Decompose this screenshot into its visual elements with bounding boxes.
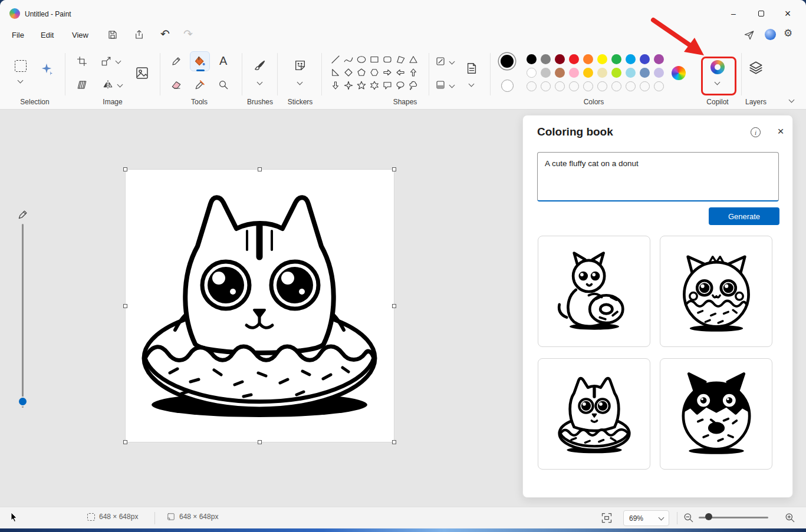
- rect-select-tool[interactable]: [15, 60, 27, 72]
- color-picker-wheel[interactable]: [672, 66, 686, 80]
- shape-arrow-up[interactable]: [407, 66, 420, 79]
- color-swatch[interactable]: [597, 68, 607, 78]
- shape-right-triangle[interactable]: [329, 66, 342, 79]
- shape-arrow-right[interactable]: [381, 66, 394, 79]
- shape-star5[interactable]: [355, 79, 368, 92]
- color-swatch-empty[interactable]: [583, 81, 593, 91]
- save-icon[interactable]: [107, 29, 118, 40]
- shape-pentagon[interactable]: [355, 66, 368, 79]
- shape-style-icon[interactable]: [465, 62, 478, 75]
- panel-close-icon[interactable]: ×: [773, 124, 788, 139]
- color-swatch-empty[interactable]: [569, 81, 579, 91]
- chevron-down-icon[interactable]: [469, 81, 475, 87]
- color-swatch[interactable]: [555, 54, 565, 64]
- color-swatch[interactable]: [541, 68, 551, 78]
- text-tool[interactable]: A: [219, 54, 227, 68]
- generate-button[interactable]: Generate: [709, 207, 779, 225]
- color-swatch[interactable]: [640, 54, 650, 64]
- maximize-button[interactable]: [749, 5, 773, 22]
- shape-outline-icon[interactable]: [435, 56, 446, 67]
- brush-icon[interactable]: [254, 59, 267, 72]
- eyedropper-tool-icon[interactable]: [195, 80, 205, 90]
- color-swatch[interactable]: [654, 54, 664, 64]
- share-icon[interactable]: [134, 29, 144, 40]
- shape-callout-rect[interactable]: [381, 79, 394, 92]
- skew-icon[interactable]: [77, 80, 87, 90]
- selection-handle-se[interactable]: [392, 440, 396, 444]
- drawing-canvas[interactable]: [126, 170, 394, 442]
- selection-handle-ne[interactable]: [392, 167, 396, 171]
- color-swatch-empty[interactable]: [555, 81, 565, 91]
- color-swatch-empty[interactable]: [654, 81, 664, 91]
- chevron-down-icon[interactable]: [297, 80, 303, 85]
- shape-oval[interactable]: [355, 53, 368, 66]
- selection-handle-sw[interactable]: [123, 440, 127, 444]
- color-swatch[interactable]: [626, 68, 636, 78]
- shape-diamond[interactable]: [342, 66, 355, 79]
- color-swatch[interactable]: [583, 68, 593, 78]
- chevron-down-icon[interactable]: [18, 78, 24, 84]
- shape-callout-cloud[interactable]: [407, 79, 420, 92]
- magnifier-tool-icon[interactable]: [218, 80, 229, 90]
- color-swatch[interactable]: [654, 68, 664, 78]
- color-swatch[interactable]: [611, 54, 621, 64]
- selection-handle-s[interactable]: [258, 440, 262, 444]
- color-swatch[interactable]: [555, 68, 565, 78]
- crop-icon[interactable]: [77, 56, 87, 67]
- canvas-options-icon[interactable]: [135, 66, 149, 80]
- zoom-slider-thumb[interactable]: [705, 513, 712, 520]
- zoom-in-icon[interactable]: [784, 512, 796, 524]
- info-icon[interactable]: i: [751, 127, 761, 137]
- size-slider-track[interactable]: [22, 224, 24, 408]
- color-swatch[interactable]: [541, 54, 551, 64]
- generated-thumbnail-4[interactable]: [660, 358, 772, 470]
- primary-color[interactable]: [499, 53, 515, 70]
- color-swatch[interactable]: [640, 68, 650, 78]
- chevron-down-icon[interactable]: [257, 80, 263, 85]
- chevron-down-icon[interactable]: [449, 82, 455, 88]
- selection-handle-n[interactable]: [258, 167, 262, 171]
- feedback-send-icon[interactable]: [744, 29, 755, 41]
- color-swatch[interactable]: [569, 68, 579, 78]
- flip-icon[interactable]: [103, 80, 113, 90]
- redo-button[interactable]: ↷: [183, 27, 193, 40]
- selection-handle-e[interactable]: [392, 304, 396, 308]
- color-swatch[interactable]: [626, 54, 636, 64]
- shape-callout-oval[interactable]: [394, 79, 407, 92]
- shape-line[interactable]: [329, 53, 342, 66]
- color-swatch-empty[interactable]: [527, 81, 537, 91]
- color-swatch[interactable]: [583, 54, 593, 64]
- shape-triangle[interactable]: [407, 53, 420, 66]
- color-swatch-empty[interactable]: [541, 81, 551, 91]
- selection-handle-nw[interactable]: [123, 167, 127, 171]
- resize-icon[interactable]: [101, 56, 111, 67]
- chevron-down-icon[interactable]: [715, 80, 721, 85]
- shape-curve[interactable]: [342, 53, 355, 66]
- color-swatch-empty[interactable]: [640, 81, 650, 91]
- layers-icon[interactable]: [748, 60, 764, 75]
- secondary-color[interactable]: [501, 80, 514, 92]
- chevron-down-icon[interactable]: [116, 58, 121, 64]
- color-swatch[interactable]: [611, 68, 621, 78]
- shape-arrow-left[interactable]: [394, 66, 407, 79]
- size-slider-thumb[interactable]: [19, 398, 27, 405]
- eraser-tool-icon[interactable]: [171, 80, 182, 90]
- generated-thumbnail-3[interactable]: [538, 358, 650, 470]
- shape-hexagon[interactable]: [368, 66, 381, 79]
- pencil-tool-icon[interactable]: [171, 56, 182, 67]
- zoom-level-select[interactable]: 69%: [623, 510, 669, 526]
- menu-view[interactable]: View: [68, 28, 92, 42]
- color-swatch-empty[interactable]: [611, 81, 621, 91]
- shape-rounded-rectangle[interactable]: [381, 53, 394, 66]
- color-swatch[interactable]: [569, 54, 579, 64]
- selection-handle-w[interactable]: [123, 304, 127, 308]
- generated-thumbnail-1[interactable]: [538, 236, 650, 347]
- shape-rectangle[interactable]: [368, 53, 381, 66]
- menu-edit[interactable]: Edit: [37, 28, 57, 42]
- menu-file[interactable]: File: [8, 28, 28, 42]
- fit-to-screen-icon[interactable]: [601, 512, 613, 524]
- generated-thumbnail-2[interactable]: [660, 236, 772, 347]
- prompt-input[interactable]: A cute fluffy cat on a donut: [537, 152, 779, 201]
- account-avatar[interactable]: [765, 29, 776, 40]
- zoom-out-icon[interactable]: [683, 512, 695, 524]
